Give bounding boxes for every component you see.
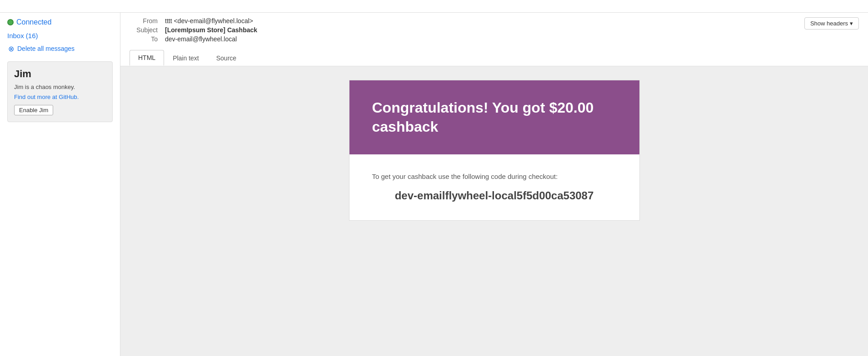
cashback-instruction: To get your cashback use the following c… [372, 173, 617, 180]
tab-source[interactable]: Source [208, 50, 245, 65]
email-meta: From tttt <dev-email@flywheel.local> Sub… [130, 17, 257, 43]
email-banner: Congratulations! You got $20.00 cashback [349, 80, 639, 154]
delete-icon: ⊗ [7, 45, 15, 52]
jim-description: Jim is a chaos monkey. [14, 84, 106, 90]
inbox-link[interactable]: Inbox (16) [7, 32, 113, 40]
subject-value: [LoremIpsum Store] Cashback [165, 26, 257, 34]
enable-jim-button[interactable]: Enable Jim [14, 105, 53, 115]
show-headers-button[interactable]: Show headers ▾ [804, 17, 859, 30]
inbox-anchor[interactable]: Inbox (16) [7, 32, 38, 40]
delete-all-label: Delete all messages [17, 45, 75, 52]
subject-label: Subject [130, 26, 161, 34]
sidebar: Connected Inbox (16) ⊗ Delete all messag… [0, 13, 120, 356]
email-area: From tttt <dev-email@flywheel.local> Sub… [120, 13, 868, 356]
delete-all-messages[interactable]: ⊗ Delete all messages [7, 45, 113, 52]
to-label: To [130, 35, 161, 43]
cashback-code: dev-emailflywheel-local5f5d00ca53087 [372, 189, 617, 202]
email-header: From tttt <dev-email@flywheel.local> Sub… [120, 13, 868, 66]
jim-github-link[interactable]: Find out more at GitHub. [14, 94, 79, 100]
tab-html[interactable]: HTML [130, 50, 164, 66]
top-toolbar [0, 0, 868, 13]
connected-status[interactable]: Connected [7, 18, 113, 26]
tab-plain-text[interactable]: Plain text [164, 50, 208, 65]
email-body-area: Congratulations! You got $20.00 cashback… [120, 66, 868, 356]
to-value: dev-email@flywheel.local [165, 35, 257, 43]
email-banner-text: Congratulations! You got $20.00 cashback [372, 99, 617, 136]
jim-title: Jim [14, 68, 106, 80]
email-content: Congratulations! You got $20.00 cashback… [349, 80, 640, 221]
connected-dot [7, 19, 14, 25]
from-value: tttt <dev-email@flywheel.local> [165, 17, 257, 25]
jim-card: Jim Jim is a chaos monkey. Find out more… [7, 61, 113, 122]
chevron-down-icon: ▾ [850, 20, 853, 27]
from-label: From [130, 17, 161, 25]
email-tabs: HTML Plain text Source [130, 50, 245, 66]
email-body-content: To get your cashback use the following c… [349, 154, 639, 220]
connected-label: Connected [16, 18, 51, 26]
show-headers-label: Show headers [810, 20, 848, 27]
tabs-row: HTML Plain text Source [130, 48, 859, 66]
